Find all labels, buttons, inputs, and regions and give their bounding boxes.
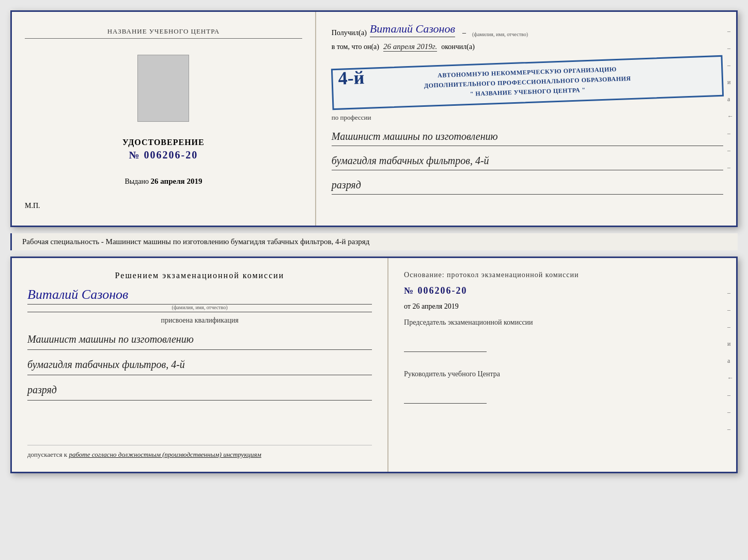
head-label: Руководитель учебного Центра: [404, 369, 721, 379]
cert-number: № 006206-20: [122, 149, 205, 161]
certificate-left-panel: НАЗВАНИЕ УЧЕБНОГО ЦЕНТРА УДОСТОВЕРЕНИЕ №…: [12, 12, 316, 226]
right-side-marks: – – – и а ← – – –: [727, 27, 734, 171]
mp-label: М.П.: [25, 202, 40, 210]
osnov-text: Основание: протокол экзаменационной коми…: [404, 271, 721, 279]
allowed-prefix: допускается к: [27, 451, 67, 458]
decision-title: Решением экзаменационной комиссии: [27, 271, 372, 280]
qualification-line1: Машинист машины по изготовлению: [27, 329, 372, 350]
stamp-block: 4-й АВТОНОМНУЮ НЕКОММЕРЧЕСКУЮ ОРГАНИЗАЦИ…: [331, 55, 724, 110]
from-label: от: [404, 302, 411, 310]
vtom-prefix: в том, что он(а): [332, 43, 379, 51]
chairman-signature-line: [404, 342, 487, 352]
commission-right-panel: Основание: протокол экзаменационной коми…: [388, 258, 736, 472]
commission-document: Решением экзаменационной комиссии Витали…: [10, 257, 738, 473]
profession-label: по профессии: [332, 114, 723, 122]
cert-title-block: УДОСТОВЕРЕНИЕ № 006206-20: [122, 138, 205, 161]
recipient-name: Виталий Сазонов: [370, 22, 455, 37]
from-date-line: от 26 апреля 2019: [404, 302, 721, 311]
head-signature-line: [404, 393, 487, 404]
right-side-marks2: – – – и а ← – – –: [727, 289, 734, 433]
issued-date: 26 апреля 2019: [150, 177, 202, 185]
allowed-value: работе согласно должностным (производств…: [69, 451, 261, 458]
recipient-line: Получил(а) Виталий Сазонов – (фамилия, и…: [332, 22, 723, 37]
vtom-line: в том, что он(а) 26 апреля 2019г. окончи…: [332, 42, 723, 52]
middle-text-block: Рабочая специальность - Машинист машины …: [10, 233, 738, 250]
vtom-date: 26 апреля 2019г.: [383, 42, 437, 52]
certificate-right-panel: Получил(а) Виталий Сазонов – (фамилия, и…: [316, 12, 736, 226]
profession-line2: бумагидля табачных фильтров, 4-й: [332, 151, 723, 170]
commission-left-panel: Решением экзаменационной комиссии Витали…: [12, 258, 388, 472]
allowed-line: допускается к работе согласно должностны…: [27, 451, 372, 459]
from-date-value: 26 апреля 2019: [412, 302, 458, 310]
org-name-label: НАЗВАНИЕ УЧЕБНОГО ЦЕНТРА: [25, 27, 302, 39]
bottom-doc-num: № 006206-20: [404, 285, 721, 296]
assigned-label: присвоена квалификация: [27, 316, 372, 325]
certificate-document: НАЗВАНИЕ УЧЕБНОГО ЦЕНТРА УДОСТОВЕРЕНИЕ №…: [10, 10, 738, 227]
middle-text: Рабочая специальность - Машинист машины …: [22, 237, 369, 246]
photo-placeholder: [137, 55, 189, 122]
profession-line3: разряд: [332, 175, 723, 195]
chairman-label: Председатель экзаменационной комиссии: [404, 317, 721, 328]
recipient-name-caption: (фамилия, имя, отчество): [472, 31, 528, 37]
recipient-prefix: Получил(а): [332, 29, 367, 37]
issued-label: Выдано: [124, 178, 149, 185]
okoncil-label: окончил(а): [441, 43, 475, 51]
bottom-person-caption: (фамилия, имя, отчество): [27, 305, 372, 310]
stamp-number: 4-й: [338, 67, 365, 89]
issued-line: Выдано 26 апреля 2019: [25, 177, 302, 186]
qualification-line3: разряд: [27, 379, 372, 401]
profession-line1: Машинист машины по изготовлению: [332, 127, 723, 146]
qualification-line2: бумагидля табачных фильтров, 4-й: [27, 354, 372, 375]
bottom-person-name: Виталий Сазонов: [27, 287, 372, 305]
cert-title: УДОСТОВЕРЕНИЕ: [122, 138, 205, 147]
